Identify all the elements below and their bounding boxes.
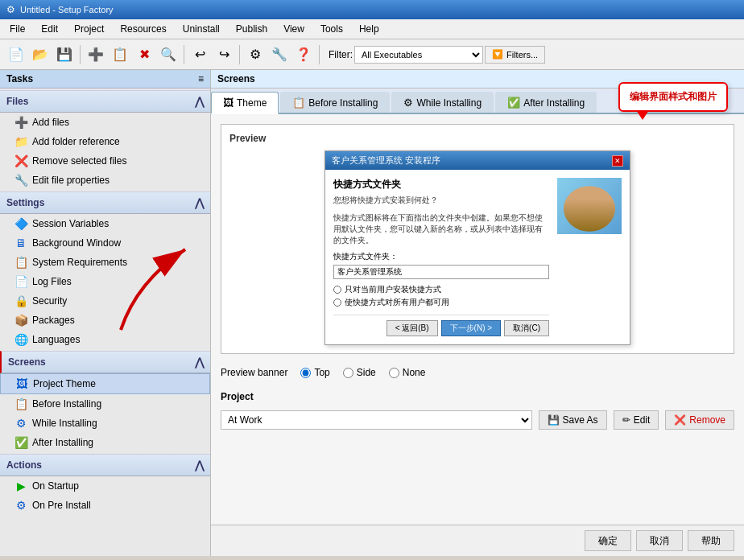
undo-button[interactable]: ↩ [188,43,211,66]
toolbar: 📄 📂 💾 ➕ 📋 ✖ 🔍 ↩ ↪ ⚙ 🔧 ❓ Filter: All Exec… [0,39,744,70]
tab-theme-icon: 🖼 [223,97,234,109]
section-settings[interactable]: Settings ⋀ [0,191,210,214]
remove-button[interactable]: ❌ Remove [665,410,734,430]
separator-1 [80,45,81,64]
menu-file[interactable]: File [3,21,31,37]
content-header-title: Screens [217,73,255,84]
sidebar-item-remove-files[interactable]: ❌ Remove selected files [0,151,210,171]
separator-2 [184,45,184,64]
menu-view[interactable]: View [277,21,311,37]
remove-icon: ❌ [674,414,686,426]
banner-none-option[interactable]: None [389,367,426,378]
filter-icon: 🔽 [492,49,503,60]
section-screens[interactable]: Screens ⋀ [0,351,210,373]
edit-button[interactable]: ✏ Edit [614,410,659,430]
tab-theme[interactable]: 🖼 Theme [211,92,279,114]
sidebar-item-sys-req[interactable]: 📋 System Requirements [0,253,210,272]
new-button[interactable]: 📄 [5,43,27,66]
menu-resources[interactable]: Resources [114,21,172,37]
help-bottom-button[interactable]: 帮助 [688,530,734,551]
delete-button[interactable]: ✖ [133,43,155,66]
security-icon: 🔒 [14,294,27,307]
preview-folder-input[interactable] [333,265,549,279]
content-area: Screens 🖼 Theme 📋 Before Installing ⚙ Wh… [211,70,744,556]
preview-body-text: 快捷方式图标将在下面指出的文件夹中创建。如果您不想使用默认文件夹，您可以键入新的… [333,212,549,246]
sidebar-item-session-vars[interactable]: 🔷 Session Variables [0,214,210,233]
sidebar-item-log-files[interactable]: 📄 Log Files [0,272,210,291]
search-button[interactable]: 🔍 [157,43,180,66]
tab-while-icon: ⚙ [403,97,413,109]
session-vars-icon: 🔷 [14,217,27,230]
preview-banner-label: Preview banner [221,367,287,378]
preview-left-panel: 快捷方式文件夹 您想将快捷方式安装到何处？ 快捷方式图标将在下面指出的文件夹中创… [333,178,549,336]
sidebar-item-on-pre-install[interactable]: ⚙ On Pre Install [0,496,210,515]
bottom-bar: 确定 取消 帮助 [211,525,744,556]
project-theme-icon: 🖼 [15,377,28,390]
tab-while-installing[interactable]: ⚙ While Installing [391,92,494,113]
banner-side-radio[interactable] [343,368,353,378]
packages-icon: 📦 [14,314,27,327]
sidebar: Tasks ≡ Files ⋀ ➕ Add files 📁 Add folder… [0,70,211,556]
chevron-settings-icon: ⋀ [195,196,204,209]
help-button[interactable]: ❓ [292,43,315,66]
separator-4 [319,45,320,64]
save-button[interactable]: 💾 [53,43,76,66]
radio-1-circle [333,286,341,294]
preview-back-btn[interactable]: < 返回(B) [386,320,438,336]
bg-window-icon: 🖥 [14,237,27,249]
filter-select[interactable]: All Executables [354,46,483,64]
sidebar-item-add-folder[interactable]: 📁 Add folder reference [0,132,210,151]
sidebar-item-edit-file[interactable]: 🔧 Edit file properties [0,171,210,190]
sidebar-item-packages[interactable]: 📦 Packages [0,311,210,330]
preview-radio-1[interactable]: 只对当前用户安装快捷方式 [333,284,549,295]
sidebar-item-after-installing[interactable]: ✅ After Installing [0,433,210,452]
menu-tools[interactable]: Tools [314,21,349,37]
preview-radio-2[interactable]: 使快捷方式对所有用户都可用 [333,297,549,308]
menu-help[interactable]: Help [353,21,386,37]
menu-edit[interactable]: Edit [35,21,64,37]
project-section: Project At Work 💾 Save As ✏ Edit [221,391,734,434]
sidebar-item-project-theme[interactable]: 🖼 Project Theme [0,373,210,394]
preview-window-close[interactable]: ✕ [612,155,623,167]
tab-before-installing[interactable]: 📋 Before Installing [280,92,390,113]
add-button[interactable]: ➕ [85,43,107,66]
sidebar-item-bg-window[interactable]: 🖥 Background Window [0,233,210,253]
banner-side-option[interactable]: Side [343,367,376,378]
sidebar-item-languages[interactable]: 🌐 Languages [0,330,210,349]
preview-section: Preview 客户关系管理系统 安装程序 ✕ 快捷方式文件夹 您想将快捷方式安… [221,124,734,354]
sidebar-item-on-startup[interactable]: ▶ On Startup [0,476,210,496]
copy-button[interactable]: 📋 [109,43,131,66]
save-as-button[interactable]: 💾 Save As [539,410,607,430]
banner-top-option[interactable]: Top [300,367,329,378]
ok-button[interactable]: 确定 [585,530,631,551]
preview-label: Preview [229,133,725,144]
preview-heading: 快捷方式文件夹 [333,178,549,191]
banner-top-radio[interactable] [300,368,311,378]
tab-after-installing[interactable]: ✅ After Installing [495,92,597,113]
log-files-icon: 📄 [14,275,27,288]
menu-project[interactable]: Project [68,21,110,37]
menu-publish[interactable]: Publish [229,21,274,37]
project-select[interactable]: At Work [221,410,532,430]
preview-cancel-btn[interactable]: 取消(C) [504,320,549,336]
preview-banner-row: Preview banner Top Side None [221,362,734,383]
banner-none-radio[interactable] [389,368,399,378]
filters-button[interactable]: 🔽 Filters... [485,46,545,64]
section-files[interactable]: Files ⋀ [0,90,210,113]
sidebar-item-security[interactable]: 🔒 Security [0,291,210,311]
menu-uninstall[interactable]: Uninstall [176,21,226,37]
settings-button[interactable]: ⚙ [244,43,267,66]
app-title: Untitled - Setup Factory [20,5,114,14]
section-actions[interactable]: Actions ⋀ [0,454,210,476]
redo-button[interactable]: ↪ [213,43,235,66]
preview-banner-options: Top Side None [300,367,425,378]
open-button[interactable]: 📂 [29,43,52,66]
sidebar-item-before-installing[interactable]: 📋 Before Installing [0,394,210,414]
sidebar-item-while-installing[interactable]: ⚙ While Installing [0,414,210,433]
radio-2-circle [333,299,341,307]
gear2-button[interactable]: 🔧 [268,43,291,66]
section-screens-label: Screens [8,356,46,368]
preview-next-btn[interactable]: 下一步(N) > [441,320,502,336]
cancel-button[interactable]: 取消 [636,530,683,551]
sidebar-item-add-files[interactable]: ➕ Add files [0,113,210,132]
